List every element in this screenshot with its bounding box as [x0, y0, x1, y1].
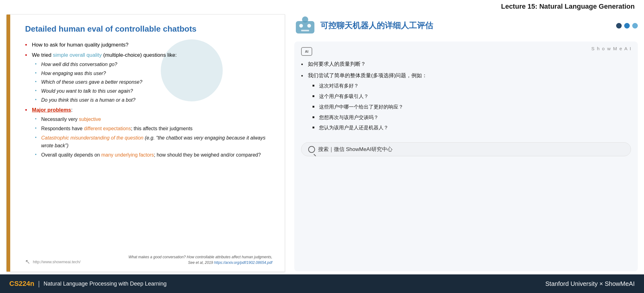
- chat-sub-4: 您想再次与该用户交谈吗？: [312, 113, 631, 122]
- problem-4: Overall quality depends on many underlyi…: [35, 151, 272, 159]
- bullet-item-1: How to ask for human quality judgments?: [25, 41, 272, 49]
- bullet-2-prefix: We tried: [32, 52, 53, 58]
- dot-dark: [616, 23, 622, 29]
- bottom-left: CS224n | Natural Language Processing wit…: [9, 280, 167, 288]
- problem-2: Respondents have different expectations;…: [35, 125, 272, 133]
- sub-item-2-1: How well did this conversation go?: [35, 60, 272, 69]
- problem-4-color: many underlying factors: [101, 152, 154, 158]
- problem-3: Catastrophic misunderstanding of the que…: [35, 134, 272, 150]
- problem-3-color: Catastrophic misunderstanding of the que…: [41, 135, 143, 140]
- bottom-right: Stanford University × ShowMeAI: [545, 280, 635, 287]
- bullet-2-suffix: (multiple-choice) questions like:: [102, 52, 177, 58]
- showmeai-badge: S h o w M e A I: [591, 46, 632, 51]
- problem-1-color: subjective: [79, 117, 101, 122]
- slide-footer: ↖ http://www.showmeai.tech/ What makes a…: [25, 251, 272, 265]
- svg-point-3: [307, 24, 311, 28]
- sub-item-2-3: Which of these users gave a better respo…: [35, 78, 272, 86]
- major-problems-label: Major problems: [32, 107, 71, 113]
- bottom-bar: CS224n | Natural Language Processing wit…: [0, 274, 644, 293]
- bottom-subtitle: Natural Language Processing with Deep Le…: [43, 281, 166, 287]
- chat-sub-5: 您认为该用户是人还是机器人？: [312, 123, 631, 132]
- ai-icon: AI: [301, 47, 312, 56]
- problem-1-prefix: Necessarily very: [41, 117, 79, 122]
- robot-icon: [294, 15, 316, 37]
- problem-4-prefix: Overall quality depends on: [41, 152, 101, 158]
- sub-bullet-list-2: How well did this conversation go? How e…: [35, 60, 272, 104]
- main-bullet-list: How to ask for human quality judgments? …: [25, 41, 272, 161]
- dot-blue: [624, 23, 630, 29]
- three-dots: [616, 23, 638, 29]
- main-content: Detailed human eval of controllable chat…: [0, 12, 644, 274]
- cursor-icon: ↖: [25, 258, 30, 265]
- bullet-item-2: We tried simple overall quality (multipl…: [25, 51, 272, 104]
- slide-title: Detailed human eval of controllable chat…: [25, 24, 272, 34]
- chat-sub-3: 这些用户中哪一个给出了更好的响应？: [312, 103, 631, 112]
- stanford-showmeai-text: Stanford University × ShowMeAI: [545, 280, 635, 287]
- problem-2-color: different expectations: [84, 126, 131, 131]
- bullet-1-text: How to ask for human quality judgments?: [32, 42, 129, 48]
- search-bar[interactable]: 搜索｜微信 ShowMeAI研究中心: [301, 142, 631, 156]
- chat-bullet-1-text: 如何要求人的质量判断？: [308, 61, 366, 67]
- dot-light: [632, 23, 638, 29]
- chat-sub-2: 这个用户有多吸引人？: [312, 92, 631, 101]
- right-panel: 可控聊天机器人的详细人工评估 AI S h o w M e A I 如何要求人的…: [285, 12, 644, 274]
- footer-right: What makes a good conversation? How cont…: [129, 254, 272, 265]
- svg-point-2: [299, 24, 303, 28]
- right-title: 可控聊天机器人的详细人工评估: [320, 20, 433, 31]
- svg-point-1: [302, 16, 308, 23]
- bullet-item-3: Major problems: Necessarily very subject…: [25, 106, 272, 159]
- svg-rect-4: [301, 30, 309, 31]
- bottom-divider: |: [38, 280, 40, 288]
- sub-item-2-2: How engaging was this user?: [35, 69, 272, 78]
- search-text: 搜索｜微信 ShowMeAI研究中心: [318, 146, 392, 153]
- problem-4-suffix: ; how should they be weighed and/or comp…: [154, 152, 261, 158]
- chat-bullet-2: 我们尝试了简单的整体质量(多项选择)问题，例如： 这次对话有多好？ 这个用户有多…: [301, 71, 631, 133]
- top-header: Lecture 15: Natural Language Generation: [0, 0, 644, 12]
- problem-2-prefix: Respondents have: [41, 126, 84, 131]
- lecture-title: Lecture 15: Natural Language Generation: [501, 2, 635, 11]
- chat-bullet-1: 如何要求人的质量判断？: [301, 60, 631, 69]
- problem-1: Necessarily very subjective: [35, 115, 272, 123]
- left-slide-panel: Detailed human eval of controllable chat…: [6, 14, 285, 272]
- chat-sub-1: 这次对话有多好？: [312, 82, 631, 91]
- bullet-2-highlight: simple overall quality: [53, 52, 102, 58]
- cs224n-label: CS224n: [9, 280, 34, 288]
- citation-link[interactable]: https://arxiv.org/pdf/1902.08654.pdf: [214, 260, 272, 265]
- problem-2-suffix: ; this affects their judgments: [131, 126, 193, 131]
- chat-bullet-list: 如何要求人的质量判断？ 我们尝试了简单的整体质量(多项选择)问题，例如： 这次对…: [301, 60, 631, 134]
- citation-text: What makes a good conversation? How cont…: [129, 255, 272, 259]
- card-top-row: AI S h o w M e A I: [301, 47, 631, 56]
- bullet-3-suffix: :: [71, 107, 73, 113]
- sub-item-2-5: Do you think this user is a human or a b…: [35, 96, 272, 104]
- footer-url: http://www.showmeai.tech/: [33, 260, 81, 264]
- svg-rect-0: [296, 21, 314, 33]
- sub-item-2-4: Would you want to talk to this user agai…: [35, 87, 272, 95]
- footer-left: ↖ http://www.showmeai.tech/: [25, 258, 81, 265]
- chat-bullet-2-prefix: 我们尝试了简单的整体质量(多项选择)问题，例如：: [308, 73, 427, 78]
- citation-see: See et al, 2019: [188, 260, 214, 265]
- search-icon: [308, 146, 315, 153]
- right-panel-header: 可控聊天机器人的详细人工评估: [294, 15, 638, 37]
- chat-sub-list: 这次对话有多好？ 这个用户有多吸引人？ 这些用户中哪一个给出了更好的响应？ 您想…: [312, 82, 631, 132]
- problems-sub-list: Necessarily very subjective Respondents …: [35, 115, 272, 159]
- chat-card: AI S h o w M e A I 如何要求人的质量判断？ 我们尝试了简单的整…: [294, 42, 638, 271]
